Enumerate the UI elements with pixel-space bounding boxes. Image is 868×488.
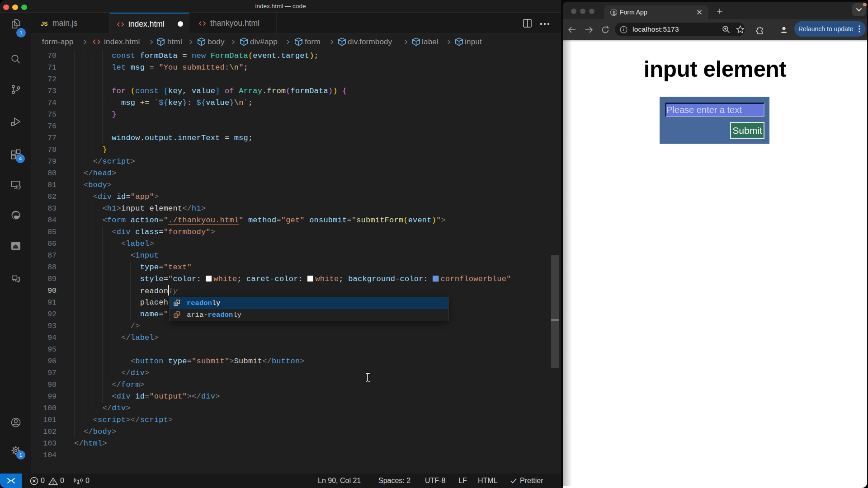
svg-text:><: >< <box>17 186 20 189</box>
svg-text:JS: JS <box>41 21 47 27</box>
